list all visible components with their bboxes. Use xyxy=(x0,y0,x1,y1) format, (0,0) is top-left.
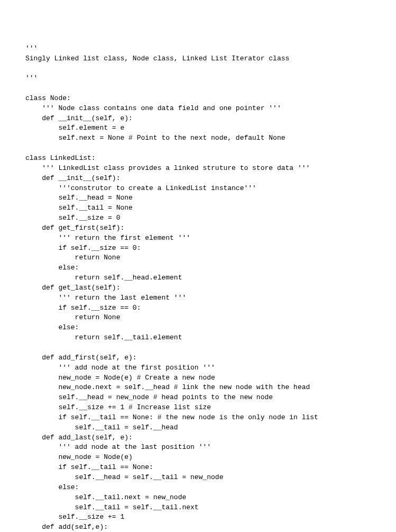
code-block: ''' Singly Linked list class, Node class… xyxy=(25,44,371,532)
code-document: ''' Singly Linked list class, Node class… xyxy=(0,0,396,532)
